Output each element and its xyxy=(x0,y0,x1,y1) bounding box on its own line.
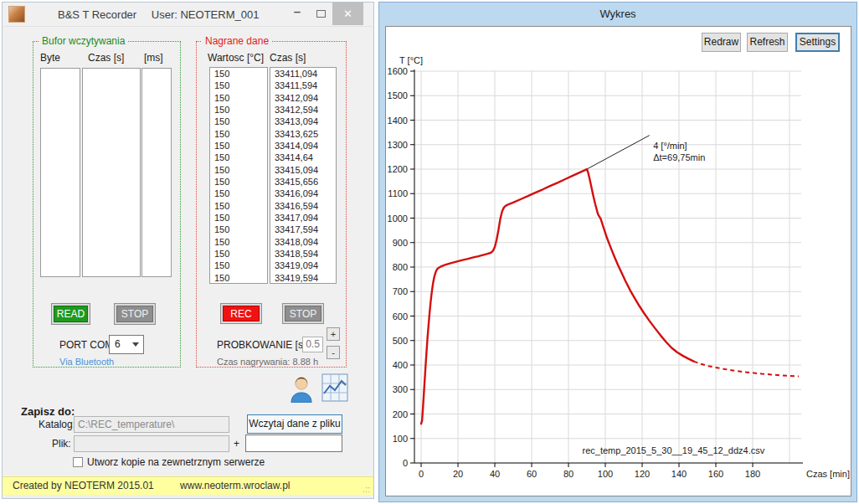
app-name: B&S T Recorder xyxy=(58,8,136,21)
svg-text:100: 100 xyxy=(393,434,408,444)
buffer-byte-list[interactable] xyxy=(40,68,80,277)
recorded-value-cell[interactable]: 150 xyxy=(210,260,267,271)
load-from-file-button[interactable]: Wczytaj dane z pliku xyxy=(247,414,342,434)
close-button[interactable]: ✕ xyxy=(332,3,363,25)
recording-time-label: Czas nagrywania: xyxy=(217,357,290,367)
recorded-value-cell[interactable]: 150 xyxy=(210,272,267,284)
port-com-label: PORT COM xyxy=(59,339,113,351)
status-bar: Created by NEOTERM 2015.01 www.neoterm.w… xyxy=(3,476,373,495)
chart-shortcut-icon[interactable] xyxy=(321,373,348,404)
svg-text:1200: 1200 xyxy=(388,164,408,174)
buffer-stop-button[interactable]: STOP xyxy=(114,303,156,325)
redraw-button[interactable]: Redraw xyxy=(702,33,741,52)
recorded-time-cell[interactable]: 33418,594 xyxy=(270,248,336,260)
recorded-value-cell[interactable]: 150 xyxy=(210,248,267,260)
recorded-time-list[interactable]: 33411,09433411,59433412,09433412,5943341… xyxy=(270,67,337,284)
file-suffix-field[interactable] xyxy=(245,435,342,452)
plik-field[interactable] xyxy=(74,435,229,452)
recorded-time-cell[interactable]: 33413,094 xyxy=(270,116,336,127)
recorded-time-cell[interactable]: 33415,094 xyxy=(270,164,336,176)
recorded-value-cell[interactable]: 150 xyxy=(210,164,267,176)
svg-text:T [°C]: T [°C] xyxy=(399,55,423,65)
recorded-time-cell[interactable]: 33418,094 xyxy=(270,236,336,248)
read-button[interactable]: READ xyxy=(51,303,90,325)
chart-svg: 0100200300400500600700800900100011001200… xyxy=(386,27,851,496)
maximize-button[interactable] xyxy=(311,3,331,25)
recorded-time-cell[interactable]: 33416,594 xyxy=(270,200,336,212)
user-avatar-icon[interactable] xyxy=(290,375,313,405)
svg-text:rec_temp_2015_5_30__19_45_12_d: rec_temp_2015_5_30__19_45_12_ddz4.csv xyxy=(583,445,765,455)
recorded-time-cell[interactable]: 33411,594 xyxy=(270,80,336,91)
recorded-group-label: Nagrane dane xyxy=(202,35,272,47)
recorded-time-cell[interactable]: 33416,094 xyxy=(270,188,336,199)
svg-text:180: 180 xyxy=(745,469,760,479)
buffer-ms-list[interactable] xyxy=(141,68,172,277)
recorded-time-cell[interactable]: 33413,625 xyxy=(270,128,336,140)
svg-text:0: 0 xyxy=(419,469,424,479)
recorded-value-cell[interactable]: 150 xyxy=(210,200,267,212)
settings-button[interactable]: Settings xyxy=(795,33,840,52)
recorded-value-cell[interactable]: 150 xyxy=(210,236,267,248)
sampling-decrement-button[interactable]: - xyxy=(327,346,340,359)
svg-text:400: 400 xyxy=(393,360,408,370)
recorded-value-cell[interactable]: 150 xyxy=(210,224,267,235)
svg-text:Czas [min]: Czas [min] xyxy=(806,469,850,479)
recorded-time-cell[interactable]: 33414,094 xyxy=(270,140,336,152)
port-com-value: 6 xyxy=(115,338,121,350)
svg-text:500: 500 xyxy=(393,336,408,346)
save-heading: Zapisz do: xyxy=(21,405,75,418)
recorded-value-cell[interactable]: 150 xyxy=(210,80,267,91)
svg-text:140: 140 xyxy=(671,469,687,479)
recorded-time-cell[interactable]: 33419,594 xyxy=(270,272,336,284)
recorded-value-cell[interactable]: 150 xyxy=(210,212,267,224)
svg-text:800: 800 xyxy=(393,262,408,272)
copy-server-checkbox[interactable] xyxy=(73,457,83,467)
svg-text:200: 200 xyxy=(393,409,408,419)
svg-text:700: 700 xyxy=(393,286,408,296)
recorded-value-cell[interactable]: 150 xyxy=(210,140,267,152)
recorded-value-cell[interactable]: 150 xyxy=(210,188,267,199)
buffer-czas-list[interactable] xyxy=(82,68,141,277)
port-com-select[interactable]: 6 xyxy=(109,335,144,354)
svg-text:60: 60 xyxy=(527,469,537,479)
recorded-value-cell[interactable]: 150 xyxy=(210,104,267,116)
svg-text:1000: 1000 xyxy=(388,213,408,224)
recorded-value-cell[interactable]: 150 xyxy=(210,176,267,188)
recording-time-value: 8.88 h xyxy=(293,357,319,367)
buffer-col-czas: Czas [s] xyxy=(88,52,124,64)
refresh-button[interactable]: Refresh xyxy=(747,33,788,52)
sampling-increment-button[interactable]: + xyxy=(327,327,340,341)
recorded-stop-button[interactable]: STOP xyxy=(282,303,324,324)
recorded-time-cell[interactable]: 33414,64 xyxy=(270,152,336,163)
rec-button[interactable]: REC xyxy=(220,303,262,324)
chart-window: Wykres 010020030040050060070080090010001… xyxy=(378,2,857,502)
recorded-time-cell[interactable]: 33417,094 xyxy=(270,212,336,224)
recorded-value-cell[interactable]: 150 xyxy=(210,92,267,104)
recorded-time-cell[interactable]: 33412,594 xyxy=(270,104,336,116)
recorded-value-list[interactable]: 1501501501501501501501501501501501501501… xyxy=(209,67,268,284)
katalog-label: Katalog: xyxy=(39,419,75,430)
recorded-value-cell[interactable]: 150 xyxy=(210,152,267,163)
katalog-field[interactable]: C:\REC_temperature\ xyxy=(74,416,229,433)
chart-titlebar: Wykres xyxy=(379,3,856,25)
recorded-time-cell[interactable]: 33415,656 xyxy=(270,176,336,188)
user-label: User: NEOTERM_001 xyxy=(152,8,260,21)
recorded-time-cell[interactable]: 33419,094 xyxy=(270,260,336,271)
app-icon xyxy=(8,6,25,23)
recorded-value-cell[interactable]: 150 xyxy=(210,116,267,127)
recorded-value-cell[interactable]: 150 xyxy=(210,128,267,140)
resize-grip-icon[interactable]: .:: xyxy=(363,481,370,498)
recorded-col-value: Wartosc [°C] xyxy=(208,52,264,64)
minimize-button[interactable]: – xyxy=(287,3,307,25)
sampling-value[interactable]: 0.5 xyxy=(302,337,323,352)
svg-text:160: 160 xyxy=(708,469,723,479)
bluetooth-link[interactable]: Via Bluetooth xyxy=(59,357,114,367)
recorded-col-time: Czas [s] xyxy=(270,52,306,64)
recorded-time-cell[interactable]: 33411,094 xyxy=(270,68,336,80)
recorded-value-cell[interactable]: 150 xyxy=(210,68,267,80)
buffer-col-ms: [ms] xyxy=(144,52,163,64)
recorded-time-cell[interactable]: 33412,094 xyxy=(270,92,336,104)
svg-text:600: 600 xyxy=(393,311,408,321)
recorded-time-cell[interactable]: 33417,594 xyxy=(270,224,336,235)
svg-text:120: 120 xyxy=(635,469,650,479)
